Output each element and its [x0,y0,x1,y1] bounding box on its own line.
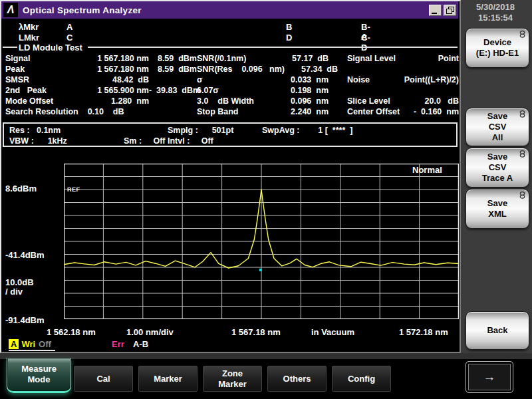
meas-row: Mode Offset1.280 nm [5,96,197,106]
meas-row: SMSR48.42 dB [5,74,197,85]
meas-row: Search Resolution 0.10 dB [5,106,197,117]
chart-gridlines [64,164,459,319]
sweep-average-setting: SwpAvg : 1 [ **** ] [262,125,352,136]
measurement-column-middle: SNR(/0.1nm)57.17 dB SNR(Res 0.096 nm)57.… [197,53,329,117]
meas-row-noise: NoisePoint((L+R)/2) [347,74,459,85]
error-label: Err [112,339,124,349]
meas-row-signal-level: Signal LevelPoint [347,53,459,64]
window-title: Optical Spectrum Analyzer [23,5,142,15]
softkey-sheet-icon [519,192,525,199]
meas-row: Peak1 567.180 nm8.59 dBm [5,64,197,74]
noise-point-marker [259,269,262,271]
menu-next-page-button[interactable]: → [466,361,513,393]
interval-setting: Intvl : Off [168,136,213,146]
tab-measure-mode[interactable]: Measure Mode [7,358,71,393]
marker-a: A [66,22,72,32]
x-axis-start-label: 1 562.18 nm [47,327,96,337]
meas-row-center-offset: Center Offset- 0.160 nm [347,106,459,117]
tab-marker[interactable]: Marker [138,365,198,392]
restore-button[interactable] [444,5,456,16]
vbw-setting: VBW : 1kHz [9,136,67,146]
meas-row: σ0.033 nm [197,74,329,85]
datetime-display: 5/30/2018 15:15:54 [461,2,530,23]
tab-cal[interactable]: Cal [73,365,134,392]
device-button[interactable]: Device (E:) HD-E1 [466,28,529,68]
level-marker-label: LMkr [19,33,39,43]
softkey-sheet-icon [519,110,525,118]
anritsu-logo-icon: Λ [3,3,18,17]
separator-line [3,47,17,48]
ref-level-label: REF [67,186,80,193]
tab-zone-marker[interactable]: Zone Marker [202,365,263,392]
save-csv-trace-a-button[interactable]: Save CSV Trace A [466,148,529,188]
arrow-right-icon: → [483,372,496,382]
spectrum-chart [64,164,459,319]
minimize-button[interactable] [429,5,442,16]
lambda-marker-label: λMkr [19,22,39,32]
meas-row: Stop Band2.240 nm [197,106,329,117]
sampling-setting: Smplg : 501pt [168,125,233,136]
x-axis-div-label: 1.00 nm/div [126,327,174,337]
y-axis-scale-label: 10.0dB [5,277,34,287]
meas-row-slice-level: Slice Level20.0 dB [347,96,459,106]
save-csv-all-button[interactable]: Save CSV All [466,108,529,146]
marker-c: C [66,33,72,43]
menu-bar-top-strip [0,353,532,359]
meas-row: SNR(Res 0.096 nm)57.34 dB [197,64,329,74]
tab-config[interactable]: Config [331,365,392,392]
y-axis-ref-label: 8.6dBm [5,184,37,194]
y-axis-scale-unit: / div [5,287,23,297]
y-axis-mid-label: -41.4dBm [5,250,45,260]
trace-mode-label: Normal [412,165,442,175]
meas-row: 6.07σ0.198 nm [197,85,329,96]
analysis-mode-title: LD Module Test [17,43,82,53]
x-axis-center-label: 1 567.18 nm [231,327,281,337]
restore-icon [446,9,452,14]
y-axis-bottom-label: -91.4dBm [5,315,45,325]
x-axis-stop-label: 1 572.18 nm [399,327,448,337]
marker-d: D [286,33,292,43]
trace-status-row: A Wri Off Err A-B [0,339,458,351]
error-traces-label: A-B [133,339,148,349]
time-label: 15:15:54 [461,13,530,23]
meas-row: SNR(/0.1nm)57.17 dB [197,53,329,64]
meas-row: Signal1 567.180 nm8.59 dBm [5,53,197,64]
marker-b: B [286,22,292,32]
resolution-setting: Res : 0.1nm [9,125,61,136]
meas-row: 2nd Peak1 565.900 nm- 39.83 dBm [5,85,197,96]
softkey-sheet-icon [519,31,525,38]
measurement-column-left: Signal1 567.180 nm8.59 dBm Peak1 567.180… [5,53,197,117]
sweep-settings-box: Res : 0.1nm Smplg : 501pt SwpAvg : 1 [ *… [3,122,458,147]
separator-line [88,47,458,48]
tab-others[interactable]: Others [267,365,327,392]
title-bar: Λ Optical Spectrum Analyzer [1,1,458,19]
back-button[interactable]: Back [466,311,529,350]
minimize-icon [432,13,437,14]
save-xml-button[interactable]: Save XML [466,189,529,229]
trace-a-badge: A [9,339,19,349]
date-label: 5/30/2018 [461,2,530,13]
trace-off-label: Off [39,339,51,349]
smooth-setting: Sm : Off [124,136,166,146]
trace-write-mode: Wri [21,339,35,349]
meas-row: 3.0 dB Width0.096 nm [197,96,329,106]
softkey-sheet-icon [519,150,525,158]
active-trace-status: A Wri Off [9,339,55,351]
analysis-group-separator: LD Module Test [3,43,458,52]
x-axis-medium-label: in Vacuum [311,327,354,337]
